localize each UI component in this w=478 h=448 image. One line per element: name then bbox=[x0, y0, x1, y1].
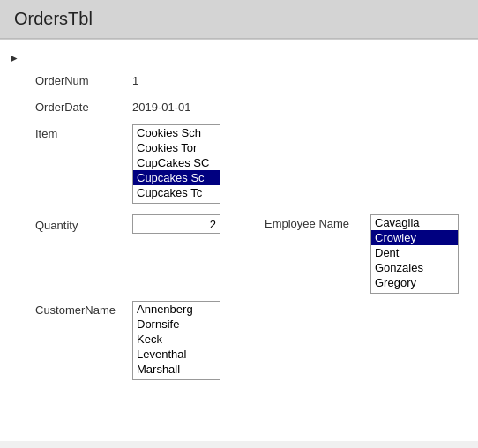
list-item[interactable]: Cookies Tor bbox=[133, 140, 220, 155]
customer-listbox[interactable]: AnnenbergDornsifeKeckLeventhalMarshall bbox=[132, 301, 220, 380]
list-item[interactable]: Crowley bbox=[371, 230, 458, 245]
qty-emp-row: Quantity Employee Name CavagilaCrowleyDe… bbox=[0, 211, 478, 297]
list-item[interactable]: Cupcakes Sc bbox=[133, 170, 220, 185]
employee-label: Employee Name bbox=[265, 214, 370, 230]
list-item[interactable]: Keck bbox=[133, 332, 220, 347]
list-item[interactable]: CupCakes SC bbox=[133, 155, 220, 170]
orderdate-value: 2019-01-01 bbox=[132, 98, 191, 114]
list-item[interactable]: Dornsife bbox=[133, 317, 220, 332]
customer-label: CustomerName bbox=[35, 301, 132, 317]
employee-listbox[interactable]: CavagilaCrowleyDentGonzalesGregory bbox=[370, 214, 459, 294]
quantity-input[interactable] bbox=[132, 214, 220, 234]
item-label: Item bbox=[35, 124, 132, 140]
list-item[interactable]: Marshall bbox=[133, 362, 220, 377]
ordernum-row: OrderNum 1 bbox=[0, 68, 478, 91]
list-item[interactable]: Cavagila bbox=[371, 215, 458, 230]
nav-indicator: ► bbox=[0, 49, 478, 68]
nav-arrow-icon: ► bbox=[9, 52, 19, 64]
quantity-label: Quantity bbox=[35, 216, 132, 232]
item-listbox[interactable]: Cookies SchCookies TorCupCakes SCCupcake… bbox=[132, 124, 220, 204]
orderdate-label: OrderDate bbox=[35, 98, 132, 114]
form-area: ► OrderNum 1 OrderDate 2019-01-01 Item C… bbox=[0, 39, 478, 441]
list-item[interactable]: Cookies Sch bbox=[133, 125, 220, 140]
list-item[interactable]: Cupcakes Tc bbox=[133, 185, 220, 200]
customer-row: CustomerName AnnenbergDornsifeKeckLevent… bbox=[0, 297, 478, 384]
list-item[interactable]: Gonzales bbox=[371, 260, 458, 275]
list-item[interactable]: Annenberg bbox=[133, 302, 220, 317]
list-item[interactable]: Dent bbox=[371, 245, 458, 260]
list-item[interactable]: Leventhal bbox=[133, 347, 220, 362]
page-title: OrdersTbl bbox=[0, 0, 478, 39]
quantity-section: Quantity bbox=[35, 214, 220, 234]
list-item[interactable]: Gregory bbox=[371, 275, 458, 290]
ordernum-value: 1 bbox=[132, 71, 138, 87]
item-row: Item Cookies SchCookies TorCupCakes SCCu… bbox=[0, 121, 478, 207]
employee-section: Employee Name CavagilaCrowleyDentGonzale… bbox=[265, 214, 459, 294]
ordernum-label: OrderNum bbox=[35, 71, 132, 87]
orderdate-row: OrderDate 2019-01-01 bbox=[0, 94, 478, 117]
